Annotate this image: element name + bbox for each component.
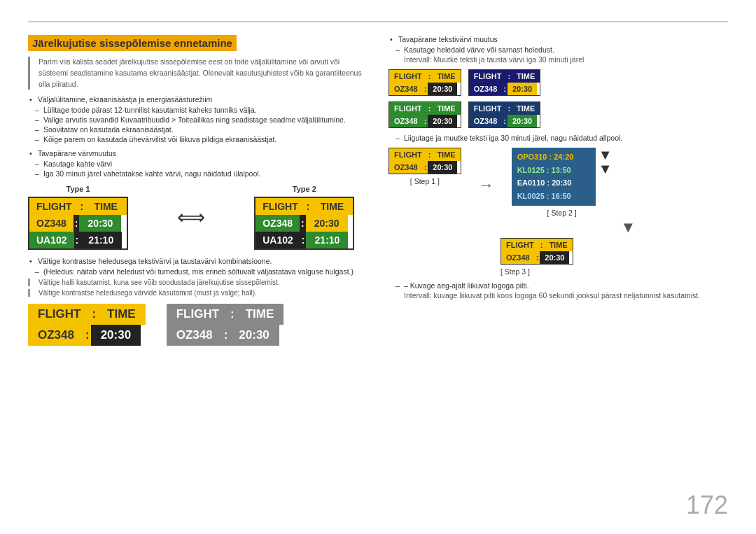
right-interval-1: Intervall: Muutke teksti ja tausta värvi… bbox=[388, 55, 728, 64]
mb2-v1: OZ348 bbox=[469, 83, 503, 95]
mb1-h2: TIME bbox=[432, 70, 460, 83]
bottom-boards: FLIGHT : TIME OZ348 : 20:30 bbox=[28, 304, 368, 346]
s1-hc: : bbox=[427, 148, 433, 161]
black-header: FLIGHT : TIME bbox=[28, 304, 146, 325]
step2-block: OPO310 : 24:20 KL0125 : 13:50 EA0110 : 2… bbox=[512, 148, 612, 217]
type2-header-row: FLIGHT : TIME bbox=[255, 198, 353, 215]
type1-row1: OZ348 : 20:30 bbox=[29, 215, 127, 232]
gray-header: FLIGHT : TIME bbox=[167, 304, 284, 325]
step1-val: OZ348 : 20:30 bbox=[389, 161, 461, 174]
s3-h1: FLIGHT bbox=[501, 239, 539, 251]
type1-r2c2: 21:10 bbox=[80, 232, 122, 248]
double-down-arrows: ▼ ▼ bbox=[598, 148, 612, 176]
step3-board: FLIGHT : TIME OZ348 : 20:30 bbox=[500, 238, 573, 265]
dash-item-1-2: Valige arvutis suvandid Kuvaatribuudid >… bbox=[28, 115, 368, 124]
swap-arrow-icon: ⟺ bbox=[177, 206, 205, 229]
mini-board-4: FLIGHT : TIME OZ348 : 20:30 bbox=[468, 101, 541, 128]
step2-line3: EA0110 : 20:30 bbox=[517, 176, 590, 190]
type1-block: Type 1 FLIGHT : TIME OZ348 : 20:30 bbox=[28, 185, 128, 250]
mb4-hc: : bbox=[506, 102, 512, 115]
step2-line1: OPO310 : 24:20 bbox=[517, 150, 590, 164]
type1-r2-colon: : bbox=[74, 232, 80, 248]
kuvage-text: – Kuvage aeg-ajalt liikuvat logoga pilti… bbox=[388, 281, 728, 290]
s3-h2: TIME bbox=[544, 239, 572, 251]
gray-h2: TIME bbox=[236, 304, 284, 325]
type1-h-colon: : bbox=[79, 198, 85, 215]
s1-h1: FLIGHT bbox=[389, 148, 427, 161]
type1-h1: FLIGHT bbox=[29, 198, 79, 215]
content-wrapper: Järelkujutise sissepõlemise ennetamine P… bbox=[28, 35, 728, 513]
mini-board-1-val: OZ348 : 20:30 bbox=[389, 83, 461, 95]
black-board: FLIGHT : TIME OZ348 : 20:30 bbox=[28, 304, 146, 346]
type2-r1-colon: : bbox=[300, 215, 306, 232]
mini-board-1-header: FLIGHT : TIME bbox=[389, 70, 461, 83]
black-row: OZ348 : 20:30 bbox=[28, 325, 146, 346]
mb3-h2: TIME bbox=[432, 102, 460, 115]
mb4-v1: OZ348 bbox=[469, 115, 503, 127]
step1-label: [ Step 1 ] bbox=[410, 177, 440, 185]
mb2-v2: 20:30 bbox=[507, 83, 537, 95]
mb2-h1: FLIGHT bbox=[469, 70, 507, 83]
type1-h2: TIME bbox=[85, 198, 127, 215]
right-column: Tavapärane tekstivärvi muutus Kasutage h… bbox=[388, 35, 728, 513]
step2-line2: KL0125 : 13:50 bbox=[517, 164, 590, 177]
warning-1: Vältige kontrastse heledusega tekstivärv… bbox=[28, 257, 368, 265]
gray-r2: 20:30 bbox=[229, 325, 279, 346]
s1-v1: OZ348 bbox=[389, 161, 423, 174]
s1-v2: 20:30 bbox=[428, 161, 457, 174]
step3-val: OZ348 : 20:30 bbox=[501, 251, 573, 264]
mb3-hc: : bbox=[427, 102, 433, 115]
type1-row2: UA102 : 21:10 bbox=[29, 232, 127, 248]
mini-board-3: FLIGHT : TIME OZ348 : 20:30 bbox=[388, 101, 461, 128]
type2-row1: OZ348 : 20:30 bbox=[255, 215, 353, 232]
type2-r1c1: OZ348 bbox=[255, 215, 300, 232]
right-dash-2: Liigutage ja muutke teksti iga 30 minuti… bbox=[388, 134, 728, 142]
mb2-hc: : bbox=[506, 70, 512, 83]
mini-board-3-header: FLIGHT : TIME bbox=[389, 102, 461, 115]
type1-r2c1: UA102 bbox=[29, 232, 74, 248]
step2-content: OPO310 : 24:20 KL0125 : 13:50 EA0110 : 2… bbox=[512, 148, 612, 206]
s1-h2: TIME bbox=[432, 148, 460, 161]
left-column: Järelkujutise sissepõlemise ennetamine P… bbox=[28, 35, 368, 513]
s3-vc: : bbox=[535, 251, 540, 264]
step1-block: FLIGHT : TIME OZ348 : 20:30 [ Step 1 ] bbox=[388, 148, 461, 185]
type2-board: FLIGHT : TIME OZ348 : 20:30 UA102 : bbox=[254, 197, 354, 250]
gray-row: OZ348 : 20:30 bbox=[167, 325, 284, 346]
page: Järelkujutise sissepõlemise ennetamine P… bbox=[0, 0, 756, 534]
gray-r1: OZ348 bbox=[167, 325, 223, 346]
bullet-section-1: Väljalülitamine, ekraanisäästja ja energ… bbox=[28, 95, 368, 143]
mb3-v1: OZ348 bbox=[389, 115, 423, 127]
type2-r2c2: 21:10 bbox=[306, 232, 348, 248]
black-h-colon: : bbox=[90, 304, 97, 325]
mb1-hc: : bbox=[427, 70, 433, 83]
mb4-h2: TIME bbox=[512, 102, 540, 115]
mb1-v1: OZ348 bbox=[389, 83, 423, 95]
black-r2: 20:30 bbox=[91, 325, 141, 346]
type2-block: Type 2 FLIGHT : TIME OZ348 : 20:30 bbox=[254, 185, 354, 250]
step2-label: [ Step 2 ] bbox=[547, 209, 577, 217]
mb1-v2: 20:30 bbox=[428, 83, 457, 95]
black-v-colon: : bbox=[84, 325, 91, 346]
mini-board-1: FLIGHT : TIME OZ348 : 20:30 bbox=[388, 69, 461, 96]
type1-board: FLIGHT : TIME OZ348 : 20:30 UA102 bbox=[28, 197, 128, 250]
dash-item-2-2: Iga 30 minuti järel vahetatakse kahte vä… bbox=[28, 169, 368, 178]
type2-r2c1: UA102 bbox=[255, 232, 300, 248]
steps-row-1-2: FLIGHT : TIME OZ348 : 20:30 [ Step 1 ] bbox=[388, 148, 728, 217]
mb3-v2: 20:30 bbox=[428, 115, 457, 127]
mb3-h1: FLIGHT bbox=[389, 102, 427, 115]
intro-text: Parim viis kalista seadet järelkujutise … bbox=[28, 57, 368, 90]
warning-1-sub: (Heledus: näitab värvi heledust või tume… bbox=[28, 267, 368, 276]
mb4-h1: FLIGHT bbox=[469, 102, 507, 115]
dash-item-1-4: Kõige parem on kasutada ühevärvilist või… bbox=[28, 135, 368, 143]
type1-label: Type 1 bbox=[28, 185, 128, 193]
step2-to-3-arrow-icon: ▼ bbox=[528, 218, 728, 237]
gray-board: FLIGHT : TIME OZ348 : 20:30 bbox=[167, 304, 284, 346]
type2-h2: TIME bbox=[311, 198, 353, 215]
type2-h1: FLIGHT bbox=[255, 198, 305, 215]
type1-r1c2: 20:30 bbox=[79, 215, 121, 232]
type-boards-row: Type 1 FLIGHT : TIME OZ348 : 20:30 bbox=[28, 185, 368, 250]
mb4-vc: : bbox=[502, 115, 507, 127]
s3-v2: 20:30 bbox=[540, 251, 569, 264]
mb2-vc: : bbox=[502, 83, 507, 95]
bullet-item-1: Väljalülitamine, ekraanisäästja ja energ… bbox=[28, 95, 368, 104]
